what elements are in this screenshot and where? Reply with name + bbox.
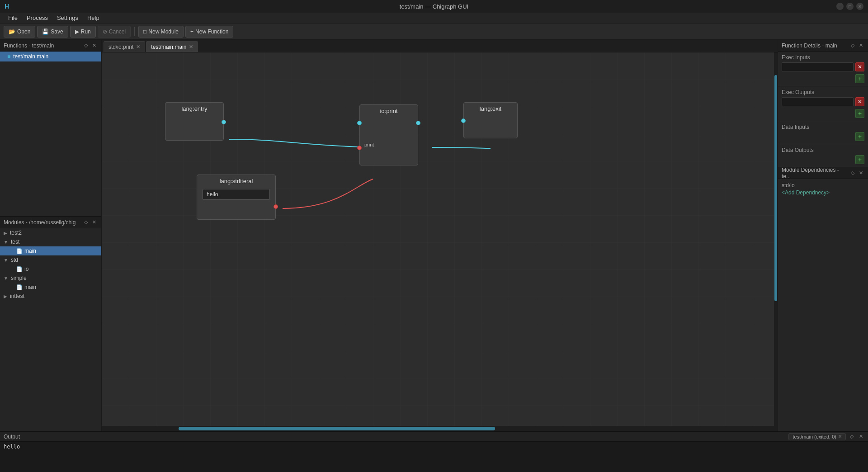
exec-inputs-field[interactable] <box>782 62 854 71</box>
cancel-icon: ⊘ <box>103 28 107 35</box>
tree-item-simple[interactable]: ▼ simple <box>0 274 101 283</box>
output-tab-close[interactable]: ✕ <box>838 434 842 439</box>
module-deps-float[interactable]: ◇ <box>849 170 856 176</box>
data-outputs-section: Data Outputs + <box>778 144 868 167</box>
data-inputs-content: Data Inputs + <box>778 121 868 144</box>
modules-panel: Modules - /home/russellg/chig ◇ ✕ ▶ test… <box>0 216 101 431</box>
functions-panel-header: Functions - test/main ◇ ✕ <box>0 40 101 52</box>
node-entry-title: lang:entry <box>165 103 223 115</box>
node-ioprint-title: io:print <box>360 105 418 117</box>
tab-test-main[interactable]: test/main:main ✕ <box>146 41 198 52</box>
module-label-simple-main: main <box>24 284 36 290</box>
open-button[interactable]: 📂 Open <box>4 26 35 38</box>
expand-arrow-simple: ▼ <box>4 276 8 281</box>
new-function-icon: + <box>190 28 193 35</box>
output-close[interactable]: ✕ <box>858 433 864 440</box>
modules-panel-title: Modules - /home/russellg/chig <box>4 219 75 226</box>
data-inputs-section: Data Inputs + <box>778 121 868 144</box>
tree-item-std[interactable]: ▼ std <box>0 255 101 264</box>
functions-panel: Functions - test/main ◇ ✕ ■ test/main:ma… <box>0 40 101 216</box>
module-deps-section: Module Dependencies - te... ◇ ✕ std/io <… <box>778 167 868 431</box>
tab-stdio-print[interactable]: std/io:print ✕ <box>104 41 145 52</box>
port-exit-exec-in[interactable] <box>461 118 466 123</box>
tree-item-test[interactable]: ▼ test <box>0 237 101 246</box>
canvas-horizontal-scrollbar[interactable] <box>102 426 778 431</box>
maximize-button[interactable]: □ <box>846 3 854 10</box>
data-inputs-add[interactable]: + <box>855 132 864 141</box>
functions-list: ■ test/main:main <box>0 52 101 216</box>
node-ioprint-param-label: print <box>364 142 374 147</box>
menu-file[interactable]: File <box>4 13 22 23</box>
functions-panel-float[interactable]: ◇ <box>83 42 89 49</box>
function-icon: ■ <box>7 53 10 60</box>
node-lang-exit[interactable]: lang:exit <box>463 102 518 138</box>
exec-inputs-section: Exec Inputs ✕ + <box>778 52 868 86</box>
node-lang-entry[interactable]: lang:entry <box>165 102 224 141</box>
module-deps-header: Module Dependencies - te... ◇ ✕ <box>778 167 868 179</box>
function-details-header: Function Details - main ◇ ✕ <box>778 40 868 52</box>
modules-panel-float[interactable]: ◇ <box>83 219 89 226</box>
node-lang-strliteral[interactable]: lang:strliteral hello <box>197 175 276 220</box>
module-deps-close[interactable]: ✕ <box>858 170 864 176</box>
new-function-button[interactable]: + New Function <box>185 26 233 38</box>
run-button[interactable]: ▶ Run <box>70 26 96 38</box>
tree-item-simple-main[interactable]: 📄 main <box>0 283 101 292</box>
functions-panel-close[interactable]: ✕ <box>91 42 98 49</box>
canvas-area[interactable]: lang:entry io:print print lang:exit <box>102 52 778 426</box>
menu-settings[interactable]: Settings <box>52 13 83 23</box>
dep-stdio: std/io <box>782 182 864 189</box>
canvas-vertical-scrollbar[interactable] <box>774 52 778 426</box>
port-strliteral-out[interactable] <box>274 204 278 209</box>
module-label-test: test <box>11 239 19 245</box>
new-module-button[interactable]: □ New Module <box>138 26 184 38</box>
port-ioprint-data-in[interactable] <box>357 146 362 150</box>
data-inputs-label: Data Inputs <box>782 124 864 130</box>
node-io-print[interactable]: io:print print <box>359 104 418 165</box>
exec-inputs-row: ✕ <box>782 62 864 71</box>
output-tab[interactable]: test/main (exited, 0) ✕ <box>788 433 846 440</box>
exec-outputs-content: Exec Outputs ✕ + <box>778 86 868 121</box>
node-strliteral-value: hello <box>203 189 270 200</box>
tree-item-inttest[interactable]: ▶ inttest <box>0 292 101 301</box>
exec-outputs-field[interactable] <box>782 97 854 106</box>
port-ioprint-exec-in[interactable] <box>357 121 362 125</box>
menu-help[interactable]: Help <box>83 13 104 23</box>
exec-inputs-add[interactable]: + <box>855 74 864 83</box>
right-panel: Function Details - main ◇ ✕ Exec Inputs … <box>778 40 868 431</box>
exec-outputs-delete[interactable]: ✕ <box>855 97 864 106</box>
fn-details-float[interactable]: ◇ <box>849 42 856 49</box>
modules-panel-close[interactable]: ✕ <box>91 219 98 226</box>
exec-outputs-add[interactable]: + <box>855 109 864 118</box>
file-icon-simple-main: 📄 <box>16 284 23 290</box>
data-outputs-content: Data Outputs + <box>778 144 868 167</box>
port-entry-out[interactable] <box>222 120 226 124</box>
module-label-inttest: inttest <box>10 293 24 299</box>
save-button[interactable]: 💾 Save <box>37 26 68 38</box>
tab-close-stdioprint[interactable]: ✕ <box>136 44 140 50</box>
tree-item-std-io[interactable]: 📄 io <box>0 264 101 274</box>
modules-panel-header: Modules - /home/russellg/chig ◇ ✕ <box>0 217 101 228</box>
output-float[interactable]: ◇ <box>849 433 855 440</box>
file-icon-std-io: 📄 <box>16 266 23 272</box>
fn-details-close[interactable]: ✕ <box>858 42 864 49</box>
tab-close-testmain[interactable]: ✕ <box>189 44 193 50</box>
exec-inputs-delete[interactable]: ✕ <box>855 62 864 71</box>
close-button[interactable]: ✕ <box>856 3 863 10</box>
tree-item-test2[interactable]: ▶ test2 <box>0 228 101 237</box>
canvas-hscroll-thumb[interactable] <box>179 427 495 430</box>
main-layout: Functions - test/main ◇ ✕ ■ test/main:ma… <box>0 40 868 431</box>
canvas-vscroll-thumb[interactable] <box>774 75 777 301</box>
data-outputs-add[interactable]: + <box>855 155 864 164</box>
expand-arrow-test: ▼ <box>4 240 8 245</box>
menu-process[interactable]: Process <box>22 13 52 23</box>
dep-add-link[interactable]: <Add Dependnecy> <box>782 189 864 196</box>
tree-item-test-main[interactable]: 📄 main <box>0 246 101 255</box>
toolbar-separator <box>134 27 135 36</box>
output-header: Output test/main (exited, 0) ✕ ◇ ✕ <box>0 432 868 442</box>
cancel-button[interactable]: ⊘ Cancel <box>98 26 131 38</box>
minimize-button[interactable]: – <box>836 3 844 10</box>
exec-inputs-content: Exec Inputs ✕ + <box>778 52 868 86</box>
function-details-title: Function Details - main <box>782 42 837 49</box>
function-item-main[interactable]: ■ test/main:main <box>0 52 101 61</box>
port-ioprint-exec-out[interactable] <box>416 121 420 125</box>
